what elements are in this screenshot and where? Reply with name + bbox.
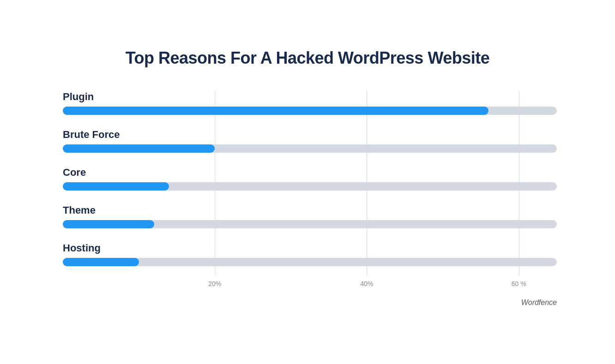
bar-fill xyxy=(63,182,169,191)
bar-label: Core xyxy=(63,167,557,179)
bar-track xyxy=(63,182,557,191)
bar-fill xyxy=(63,220,154,228)
bar-label: Hosting xyxy=(63,242,557,254)
bar-row: Plugin xyxy=(63,91,557,115)
bar-track xyxy=(63,220,557,228)
bar-fill xyxy=(63,107,488,115)
x-axis-label: 60 % xyxy=(512,280,526,287)
bar-row: Core xyxy=(63,167,557,191)
bar-track xyxy=(63,258,557,266)
chart-area: PluginBrute ForceCoreThemeHosting 20%40%… xyxy=(58,91,557,294)
x-axis: 20%40%60 % xyxy=(63,280,557,294)
x-axis-label: 40% xyxy=(360,280,373,287)
bar-fill xyxy=(63,144,215,153)
bar-track xyxy=(63,107,557,115)
bar-track xyxy=(63,144,557,153)
bar-label: Plugin xyxy=(63,91,557,103)
x-axis-label: 20% xyxy=(208,280,221,287)
bars-container: PluginBrute ForceCoreThemeHosting xyxy=(63,91,557,266)
bar-label: Brute Force xyxy=(63,129,557,141)
bar-row: Hosting xyxy=(63,242,557,266)
bar-label: Theme xyxy=(63,204,557,216)
chart-container: Top Reasons For A Hacked WordPress Websi… xyxy=(30,30,585,334)
branding-label: Wordfence xyxy=(58,298,557,307)
chart-title: Top Reasons For A Hacked WordPress Websi… xyxy=(58,48,557,68)
bar-row: Brute Force xyxy=(63,129,557,153)
bar-row: Theme xyxy=(63,204,557,228)
bar-fill xyxy=(63,258,139,266)
